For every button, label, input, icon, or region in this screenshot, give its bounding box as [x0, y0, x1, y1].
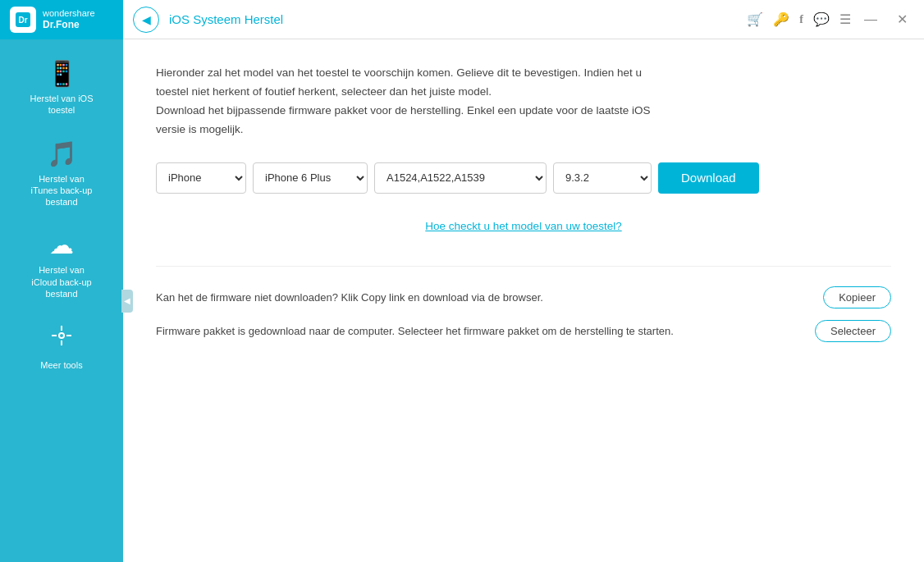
- svg-text:Dr: Dr: [18, 16, 27, 25]
- phone-icon: 📱: [47, 59, 77, 88]
- selecteer-button[interactable]: Selecteer: [815, 320, 891, 342]
- key-icon[interactable]: 🔑: [773, 11, 789, 27]
- app-layout: 📱 Herstel van iOStoestel 🎵 Herstel vaniT…: [0, 39, 924, 562]
- bottom-section: Kan het de firmware niet downloaden? Kli…: [156, 266, 891, 342]
- page-title: iOS Systeem Herstel: [169, 12, 747, 26]
- cart-icon[interactable]: 🛒: [747, 11, 763, 27]
- sidebar-item-herstel-itunes-label: Herstel vaniTunes back-upbestand: [31, 173, 93, 208]
- sidebar-item-meer-tools[interactable]: Meer tools: [0, 311, 123, 382]
- sidebar-item-herstel-ios-label: Herstel van iOStoestel: [30, 93, 93, 117]
- device-select[interactable]: iPhone iPad iPod: [156, 162, 246, 194]
- minimize-button[interactable]: —: [858, 8, 884, 30]
- desc-line1: Hieronder zal het model van het toestel …: [156, 64, 891, 83]
- tools-icon: [48, 322, 75, 354]
- description-box: Hieronder zal het model van het toestel …: [156, 64, 891, 139]
- desc-line3: Download het bijpassende firmware pakket…: [156, 102, 891, 121]
- music-icon: 🎵: [47, 139, 77, 168]
- variant-select[interactable]: A1524,A1522,A1539 A1524,A1522 A1539: [374, 162, 547, 194]
- menu-icon[interactable]: ☰: [839, 11, 851, 27]
- copy-firmware-text: Kan het de firmware niet downloaden? Kli…: [156, 291, 823, 304]
- logo: Dr wondershare Dr.Fone: [0, 0, 123, 39]
- toolbar-icons: 🛒 🔑 f 💬 ☰: [747, 11, 851, 27]
- select-firmware-row: Firmware pakket is gedownload naar de co…: [156, 320, 891, 342]
- svg-point-2: [59, 333, 64, 338]
- sidebar-item-meer-tools-label: Meer tools: [40, 359, 82, 371]
- chat-icon[interactable]: 💬: [813, 11, 830, 27]
- model-select[interactable]: iPhone 6 Plus iPhone 6 iPhone 6s iPhone …: [253, 162, 368, 194]
- logo-text: wondershare Dr.Fone: [43, 8, 95, 31]
- copy-firmware-row: Kan het de firmware niet downloaden? Kli…: [156, 286, 891, 308]
- desc-line2: toestel niet herkent of foutief herkent,…: [156, 83, 891, 102]
- sidebar-item-herstel-icloud-label: Herstel vaniCloud back-upbestand: [31, 264, 91, 299]
- sidebar-collapse-btn[interactable]: ◀: [121, 290, 133, 313]
- check-link-container: Hoe checkt u het model van uw toestel?: [156, 218, 891, 233]
- title-bar: Dr wondershare Dr.Fone ◀ iOS Systeem Her…: [0, 0, 924, 39]
- sidebar: 📱 Herstel van iOStoestel 🎵 Herstel vaniT…: [0, 39, 123, 562]
- facebook-icon[interactable]: f: [799, 13, 803, 26]
- close-button[interactable]: ✕: [890, 8, 914, 30]
- cloud-icon: ☁: [49, 231, 74, 259]
- desc-line4: versie is mogelijk.: [156, 121, 891, 139]
- back-button[interactable]: ◀: [133, 7, 159, 33]
- select-firmware-text: Firmware pakket is gedownload naar de co…: [156, 325, 815, 337]
- version-select[interactable]: 9.3.2 9.3.1 9.3 9.2.1: [553, 162, 652, 194]
- main-content: Hieronder zal het model van het toestel …: [123, 39, 924, 562]
- download-button[interactable]: Download: [658, 162, 759, 194]
- logo-icon: Dr: [10, 7, 36, 33]
- sidebar-item-herstel-itunes[interactable]: 🎵 Herstel vaniTunes back-upbestand: [0, 128, 123, 220]
- sidebar-item-herstel-ios[interactable]: 📱 Herstel van iOStoestel: [0, 48, 123, 128]
- selectors-row: iPhone iPad iPod iPhone 6 Plus iPhone 6 …: [156, 162, 891, 194]
- check-model-link[interactable]: Hoe checkt u het model van uw toestel?: [425, 220, 621, 232]
- sidebar-item-herstel-icloud[interactable]: ☁ Herstel vaniCloud back-upbestand: [0, 219, 123, 311]
- kopieer-button[interactable]: Kopieer: [823, 286, 891, 308]
- window-controls: — ✕: [858, 8, 914, 30]
